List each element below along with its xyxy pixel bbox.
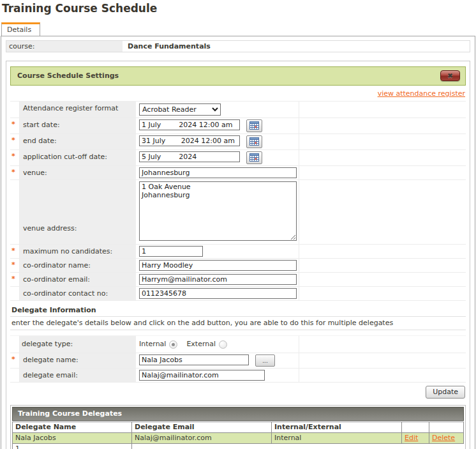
course-row: course: Dance Fundamentals (6, 40, 470, 52)
row-spacer (299, 150, 466, 165)
delegate-name-input[interactable] (139, 354, 249, 365)
attendance-format-label: Attendance register format (20, 102, 137, 118)
delegate-name-label: delegate name: (20, 353, 137, 368)
delete-link[interactable]: Delete (432, 434, 455, 442)
form-row-coordinator-name: * co-ordinator name: (10, 259, 466, 273)
required-marker: * (10, 118, 20, 133)
form-row-delegate-email: delegate email: (10, 369, 466, 383)
external-radio[interactable] (219, 340, 227, 349)
required-marker (10, 102, 20, 118)
coordinator-name-label: co-ordinator name: (20, 259, 137, 272)
required-marker (10, 180, 20, 244)
row-spacer (299, 118, 466, 133)
delete-cell: Delete (429, 432, 464, 443)
delegate-email-input[interactable] (139, 370, 265, 381)
row-spacer (299, 273, 466, 286)
start-date-input[interactable] (139, 119, 240, 130)
link-row: view attendance register (10, 86, 466, 102)
delegate-type-external-label: External (186, 340, 216, 348)
end-date-input[interactable] (139, 135, 240, 146)
row-spacer (299, 180, 466, 244)
page-number[interactable]: 1 (13, 443, 132, 449)
calendar-icon[interactable] (246, 135, 262, 148)
spacer (10, 330, 466, 336)
end-date-label: end date: (20, 134, 137, 149)
cutoff-date-label: application cut-off date: (20, 150, 137, 165)
coordinator-email-input[interactable] (139, 274, 297, 285)
form-row-max-candidates: * maximum no candidates: (10, 245, 466, 259)
form-row-end-date: * end date: (10, 134, 466, 150)
row-spacer (299, 245, 466, 258)
page-title: Training Course Schedule (2, 2, 475, 15)
row-spacer (299, 134, 466, 149)
cutoff-date-input[interactable] (139, 151, 240, 162)
course-label: course: (6, 41, 124, 52)
coordinator-contact-label: co-ordinator contact no: (20, 287, 137, 300)
venue-input[interactable] (139, 167, 297, 178)
venue-label: venue: (20, 166, 137, 179)
update-button[interactable]: Update (426, 386, 465, 399)
delegates-table: Delegate Name Delegate Email Internal/Ex… (12, 422, 464, 449)
row-spacer (299, 102, 466, 118)
required-marker: * (10, 150, 20, 165)
delegate-type-cell: Internal (272, 432, 402, 443)
close-icon[interactable]: ✖ (440, 70, 460, 81)
required-marker: * (10, 273, 20, 286)
form-row-coordinator-contact: co-ordinator contact no: (10, 287, 466, 301)
venue-address-label-cell: venue address: (20, 180, 137, 244)
delegate-instruction: enter the delegate's details below and c… (10, 317, 466, 330)
max-candidates-label: maximum no candidates: (20, 245, 137, 258)
coordinator-name-input[interactable] (139, 260, 297, 271)
delegate-type-internal-label: Internal (139, 340, 166, 348)
pager-spacer (132, 443, 464, 449)
form-row-coordinator-email: * co-ordinator email: (10, 273, 466, 287)
coordinator-email-label: co-ordinator email: (20, 273, 137, 286)
browse-delegate-button[interactable]: ... (255, 354, 275, 367)
view-attendance-register-link[interactable]: view attendance register (378, 89, 465, 98)
required-marker: * (10, 259, 20, 272)
row-spacer (299, 336, 466, 353)
required-marker: * (10, 245, 20, 258)
delegate-email-label: delegate email: (20, 369, 137, 382)
form-row-delegate-name: * delegate name: ... (10, 353, 466, 369)
table-row: Nala Jacobs Nalaj@mailinator.com Interna… (13, 432, 464, 443)
course-value: Dance Fundamentals (124, 41, 470, 52)
column-delegate-email: Delegate Email (132, 422, 272, 432)
calendar-icon[interactable] (246, 151, 262, 164)
delegates-table-section: Training Course Delegates Delegate Name … (10, 405, 466, 449)
pager-row: 1 (13, 443, 464, 449)
internal-radio[interactable] (169, 340, 177, 349)
delegate-type-label: delegate type: (20, 336, 137, 353)
tab-details-label: Details (7, 26, 31, 34)
venue-address-textarea[interactable]: 1 Oak Avenue Johannesburg (139, 181, 297, 241)
required-marker: * (10, 166, 20, 179)
form-row-attendance-format: Attendance register format Acrobat Reade… (10, 102, 466, 118)
form-row-delegate-type: delegate type: InternalExternal (10, 336, 466, 353)
delegate-email-cell: Nalaj@mailinator.com (132, 432, 272, 443)
form-row-venue-address: venue address: 1 Oak Avenue Johannesburg (10, 180, 466, 245)
attendance-format-select[interactable]: Acrobat Reader (139, 103, 221, 116)
column-edit (402, 422, 429, 432)
required-marker: * (10, 353, 20, 368)
main-panel: course: Dance Fundamentals Course Schedu… (1, 36, 475, 449)
form-row-cutoff-date: * application cut-off date: (10, 150, 466, 166)
max-candidates-input[interactable] (139, 246, 203, 257)
edit-link[interactable]: Edit (405, 434, 418, 442)
edit-cell: Edit (402, 432, 429, 443)
page: Training Course Schedule Details course:… (0, 0, 476, 449)
calendar-icon[interactable] (246, 119, 262, 132)
row-spacer (299, 166, 466, 179)
required-marker: * (10, 134, 20, 149)
tab-details[interactable]: Details (1, 22, 40, 36)
delegate-information-heading: Delegate Information (10, 303, 466, 317)
start-date-label: start date: (20, 118, 137, 133)
venue-address-label: venue address: (23, 224, 77, 241)
row-spacer (299, 353, 466, 368)
form-row-start-date: * start date: (10, 118, 466, 134)
row-spacer (299, 287, 466, 300)
required-marker (10, 287, 20, 300)
coordinator-contact-input[interactable] (139, 288, 297, 299)
update-button-row: Update (10, 383, 466, 402)
column-internal-external: Internal/External (272, 422, 402, 432)
required-marker (10, 369, 20, 382)
